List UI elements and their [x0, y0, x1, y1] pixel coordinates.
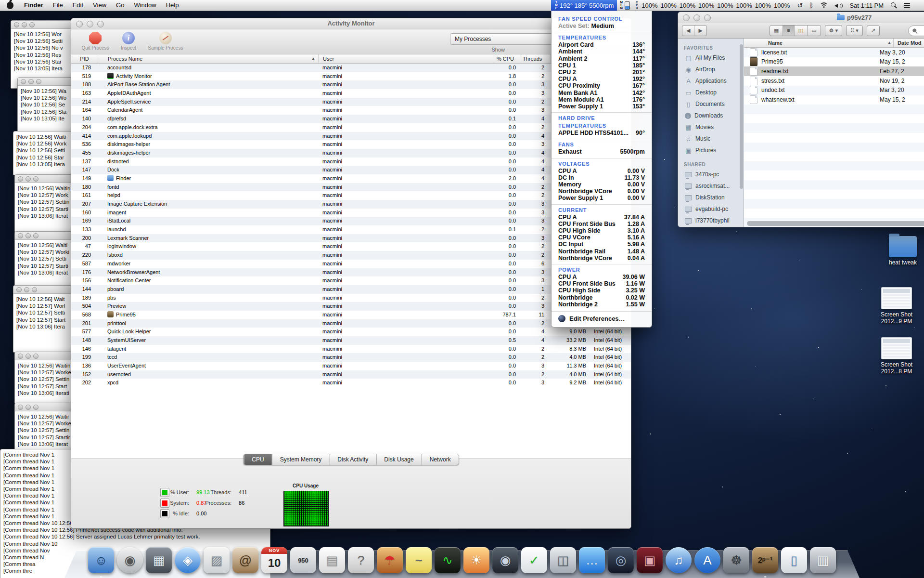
process-row[interactable]: 161 helpd macmini 0.0 2	[71, 191, 631, 200]
spotlight-icon[interactable]	[891, 2, 897, 9]
process-row[interactable]: 146 talagent macmini 0.0 2 8.3 MB Intel …	[71, 345, 631, 354]
process-row[interactable]: 163 AppleIDAuthAgent macmini 0.0 3	[71, 89, 631, 98]
menu-item[interactable]: Go	[111, 0, 129, 11]
dock-item[interactable]: ☸	[723, 547, 749, 573]
inspect-button[interactable]: i Inspect	[116, 31, 141, 51]
process-row[interactable]: 188 AirPort Base Station Agent macmini 0…	[71, 80, 631, 89]
bluetooth-icon[interactable]: ᛒ	[809, 0, 813, 11]
dock-item[interactable]: ◉	[492, 547, 518, 573]
sidebar-item[interactable]: ↓ Downloads	[678, 110, 744, 121]
column-header-cpu[interactable]: % CPU	[494, 54, 520, 63]
process-row[interactable]: 169 iStatLocal macmini 0.0 3	[71, 217, 631, 225]
window-titlebar[interactable]: p95v277	[678, 12, 924, 23]
sidebar-shared-item[interactable]: evgabuild-pc	[678, 203, 744, 215]
process-row[interactable]: 414 com.apple.lookupd macmini 0.0 4	[71, 132, 631, 141]
column-header-date[interactable]: Date Mod	[893, 39, 924, 47]
horizontal-scrollbar[interactable]	[747, 221, 924, 226]
dock-item[interactable]: ◫	[550, 547, 576, 573]
close-icon[interactable]	[18, 176, 23, 182]
process-row[interactable]: 577 Quick Look Helper macmini 0.0 4 9.0 …	[71, 328, 631, 336]
process-row[interactable]: 204 com.apple.dock.extra macmini 0.0 2	[71, 123, 631, 132]
column-header-name[interactable]: Name	[744, 39, 893, 47]
process-row[interactable]: 144 pboard macmini 0.0 1	[71, 285, 631, 294]
file-row[interactable]: whatsnew.txt May 15, 2	[744, 95, 924, 105]
menu-item[interactable]: Help	[161, 0, 184, 11]
process-row[interactable]: 178 accountsd macmini 0.0 2	[71, 64, 631, 72]
process-row[interactable]: 160 imagent macmini 0.0 3	[71, 209, 631, 217]
icon-view-button[interactable]: ▦	[770, 26, 783, 36]
sidebar-item[interactable]: A Applications	[678, 75, 744, 87]
menu-item[interactable]: Edit	[68, 0, 88, 11]
column-header-threads[interactable]: Threads	[520, 54, 550, 63]
process-row[interactable]: 199 tccd macmini 0.0 2 4.0 MB Intel (64 …	[71, 353, 631, 362]
apple-menu-icon[interactable]	[7, 2, 13, 9]
notification-center-icon[interactable]	[904, 3, 910, 8]
sample-process-button[interactable]: Sample Process	[142, 31, 189, 51]
coverflow-view-button[interactable]: ▭	[807, 26, 820, 36]
back-button[interactable]: ◀	[682, 26, 694, 36]
sidebar-item[interactable]: ▤ All My Files	[678, 52, 744, 64]
memory-menu-extra[interactable]: MEM	[617, 0, 632, 11]
wifi-icon[interactable]	[820, 2, 828, 8]
menu-item[interactable]: View	[88, 0, 111, 11]
dock-item[interactable]: ☺	[88, 547, 114, 573]
close-icon[interactable]	[14, 22, 19, 27]
screenshot-file-icon[interactable]	[881, 337, 912, 359]
process-row[interactable]: 201 printtool macmini 0.0 2 2.2 MB Intel…	[71, 319, 631, 328]
dock-item[interactable]: ▯	[781, 547, 807, 573]
minimize-icon[interactable]	[24, 287, 29, 292]
zoom-icon[interactable]	[36, 79, 41, 84]
dock-item[interactable]: ◎	[608, 547, 634, 573]
minimize-icon[interactable]	[693, 14, 700, 21]
dock-item[interactable]: ◈	[175, 547, 201, 573]
process-row[interactable]: 214 AppleSpell.service macmini 0.0 2	[71, 98, 631, 106]
stats-tab[interactable]: System Memory	[272, 454, 330, 465]
dock-item[interactable]: ~	[406, 547, 432, 573]
file-row[interactable]: Prime95 May 15, 2	[744, 57, 924, 67]
time-machine-icon[interactable]: ↺	[797, 0, 803, 11]
minimize-icon[interactable]	[22, 22, 27, 27]
stats-tab[interactable]: Network	[422, 454, 459, 465]
cpu-menu-extra[interactable]: CPU 100%100%100%100%100%100%100%100%	[632, 0, 794, 11]
dock-item[interactable]: …	[579, 547, 605, 573]
desktop-icon-heat-tweak[interactable]: heat tweak	[876, 236, 924, 266]
desktop-icon-screenshot-1[interactable]: Screen Shot 2012...9 PM	[870, 287, 923, 325]
quit-process-button[interactable]: Quit Process	[76, 31, 115, 51]
minimize-icon[interactable]	[28, 79, 34, 84]
dock-item[interactable]: ∿	[435, 547, 461, 573]
user-color-swatch[interactable]	[160, 488, 169, 497]
sidebar-shared-item[interactable]: DiskStation	[678, 192, 744, 203]
folder-icon[interactable]	[889, 236, 917, 257]
file-row[interactable]: undoc.txt Mar 3, 20	[744, 85, 924, 95]
zoom-icon[interactable]	[29, 22, 35, 27]
gear-icon[interactable]: ☸ ▾	[825, 26, 842, 36]
process-row[interactable]: 200 Lexmark Scanner macmini 0.0 3	[71, 234, 631, 243]
process-row[interactable]: 140 cfprefsd macmini 0.1 4	[71, 115, 631, 123]
list-view-button[interactable]: ≡	[783, 26, 794, 36]
dock-item[interactable]: 950	[290, 547, 316, 573]
dock-item[interactable]: ◉	[117, 547, 143, 573]
process-row[interactable]: 147 Dock macmini 0.0 4	[71, 166, 631, 174]
dock-item[interactable]: A	[694, 547, 720, 573]
menu-item[interactable]: Window	[129, 0, 161, 11]
sidebar-scrollbar[interactable]	[740, 44, 743, 189]
minimize-icon[interactable]	[26, 233, 31, 238]
process-row[interactable]: 180 fontd macmini 0.0 2	[71, 183, 631, 192]
column-header-user[interactable]: User	[318, 54, 494, 63]
system-color-swatch[interactable]	[160, 499, 169, 508]
dock-item[interactable]: ?	[348, 547, 374, 573]
dock-item[interactable]: ▦	[146, 547, 172, 573]
dock-item[interactable]: ♫	[666, 547, 692, 573]
zoom-icon[interactable]	[33, 176, 38, 182]
column-view-button[interactable]: ◫	[794, 26, 807, 36]
column-header-pid[interactable]: PID	[71, 54, 98, 63]
process-row[interactable]: 207 Image Capture Extension macmini 0.0 …	[71, 200, 631, 209]
close-icon[interactable]	[18, 405, 23, 410]
volume-icon[interactable]	[834, 2, 842, 8]
process-row[interactable]: 156 Notification Center macmini 0.0 3	[71, 276, 631, 285]
menu-item[interactable]: File	[48, 0, 68, 11]
close-icon[interactable]	[16, 287, 22, 292]
process-row[interactable]: 536 diskimages-helper macmini 0.0 3	[71, 140, 631, 149]
desktop-icon-screenshot-2[interactable]: Screen Shot 2012...8 PM	[870, 337, 923, 375]
process-row[interactable]: 189 pbs macmini 0.0 2	[71, 294, 631, 302]
